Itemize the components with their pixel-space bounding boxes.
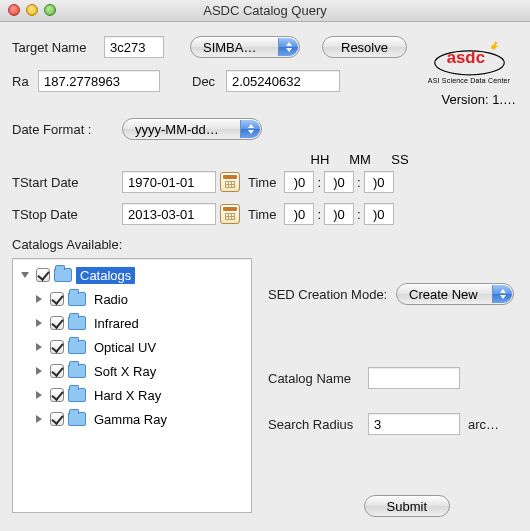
radius-unit-label: arc… [468, 417, 499, 432]
disclosure-triangle-icon[interactable] [18, 272, 32, 278]
ra-input[interactable] [38, 70, 160, 92]
window-titlebar: ASDC Catalog Query [0, 0, 530, 22]
sed-mode-label: SED Creation Mode: [268, 287, 396, 302]
disclosure-triangle-icon[interactable] [32, 295, 46, 303]
tstop-mm-input[interactable] [324, 203, 354, 225]
zoom-icon[interactable] [44, 4, 56, 16]
disclosure-triangle-icon[interactable] [32, 367, 46, 375]
tree-row[interactable]: Radio [15, 287, 249, 311]
chevron-updown-icon [278, 38, 298, 56]
tree-row[interactable]: Soft X Ray [15, 359, 249, 383]
tstart-ss-input[interactable] [364, 171, 394, 193]
folder-icon [68, 316, 86, 330]
checkbox[interactable] [50, 364, 64, 378]
ra-label: Ra [12, 74, 38, 89]
catalog-name-input[interactable] [368, 367, 460, 389]
tree-label[interactable]: Gamma Ray [90, 411, 171, 428]
chevron-updown-icon [240, 120, 260, 138]
tstop-input[interactable] [122, 203, 216, 225]
date-format-combo[interactable]: yyyy-MM-dd… [122, 118, 262, 140]
resolver-combo[interactable]: SIMBA… [190, 36, 300, 58]
tree-row[interactable]: Optical UV [15, 335, 249, 359]
close-icon[interactable] [8, 4, 20, 16]
folder-icon [68, 292, 86, 306]
tstart-mm-input[interactable] [324, 171, 354, 193]
calendar-icon[interactable] [220, 204, 240, 224]
tree-label[interactable]: Radio [90, 291, 132, 308]
catalog-name-label: Catalog Name [268, 371, 368, 386]
folder-icon [68, 412, 86, 426]
window-title: ASDC Catalog Query [203, 3, 327, 18]
minimize-icon[interactable] [26, 4, 38, 16]
folder-icon [54, 268, 72, 282]
ss-header: SS [380, 152, 420, 167]
dec-input[interactable] [226, 70, 340, 92]
search-radius-label: Search Radius [268, 417, 368, 432]
tree-label[interactable]: Soft X Ray [90, 363, 160, 380]
disclosure-triangle-icon[interactable] [32, 343, 46, 351]
logo-text: asdc [446, 48, 484, 67]
folder-icon [68, 388, 86, 402]
checkbox[interactable] [50, 316, 64, 330]
checkbox[interactable] [36, 268, 50, 282]
mm-header: MM [340, 152, 380, 167]
catalogs-available-label: Catalogs Available: [12, 237, 520, 252]
tstop-hh-input[interactable] [284, 203, 314, 225]
disclosure-triangle-icon[interactable] [32, 415, 46, 423]
catalog-tree[interactable]: Catalogs RadioInfraredOptical UVSoft X R… [12, 258, 252, 513]
tstart-label: TStart Date [12, 175, 122, 190]
tree-row[interactable]: Hard X Ray [15, 383, 249, 407]
tree-row[interactable]: Infrared [15, 311, 249, 335]
date-format-value: yyyy-MM-dd… [135, 122, 219, 137]
tstart-hh-input[interactable] [284, 171, 314, 193]
disclosure-triangle-icon[interactable] [32, 391, 46, 399]
calendar-icon[interactable] [220, 172, 240, 192]
tree-row-root[interactable]: Catalogs [15, 263, 249, 287]
date-format-label: Date Format : [12, 122, 122, 137]
search-radius-input[interactable] [368, 413, 460, 435]
folder-icon [68, 340, 86, 354]
tstop-label: TStop Date [12, 207, 122, 222]
tree-label[interactable]: Hard X Ray [90, 387, 165, 404]
time-label-2: Time [248, 207, 276, 222]
time-label-1: Time [248, 175, 276, 190]
checkbox[interactable] [50, 340, 64, 354]
version-label: Version: 1.… [442, 92, 516, 107]
resolver-combo-label: SIMBA… [203, 40, 256, 55]
checkbox[interactable] [50, 388, 64, 402]
dec-label: Dec [192, 74, 226, 89]
submit-button[interactable]: Submit [364, 495, 450, 517]
resolve-button[interactable]: Resolve [322, 36, 407, 58]
tstop-ss-input[interactable] [364, 203, 394, 225]
tstart-input[interactable] [122, 171, 216, 193]
tree-label-root[interactable]: Catalogs [76, 267, 135, 284]
checkbox[interactable] [50, 292, 64, 306]
target-name-input[interactable] [104, 36, 164, 58]
tree-label[interactable]: Infrared [90, 315, 143, 332]
checkbox[interactable] [50, 412, 64, 426]
tree-label[interactable]: Optical UV [90, 339, 160, 356]
sed-mode-combo[interactable]: Create New [396, 283, 514, 305]
folder-icon [68, 364, 86, 378]
logo-caption: ASI Science Data Center [424, 77, 514, 84]
target-name-label: Target Name [12, 40, 104, 55]
window-controls [8, 4, 56, 16]
hh-header: HH [300, 152, 340, 167]
sed-mode-value: Create New [409, 287, 478, 302]
tree-row[interactable]: Gamma Ray [15, 407, 249, 431]
disclosure-triangle-icon[interactable] [32, 319, 46, 327]
asdc-logo: asdc ASI Science Data Center [424, 40, 514, 84]
chevron-updown-icon [492, 285, 512, 303]
